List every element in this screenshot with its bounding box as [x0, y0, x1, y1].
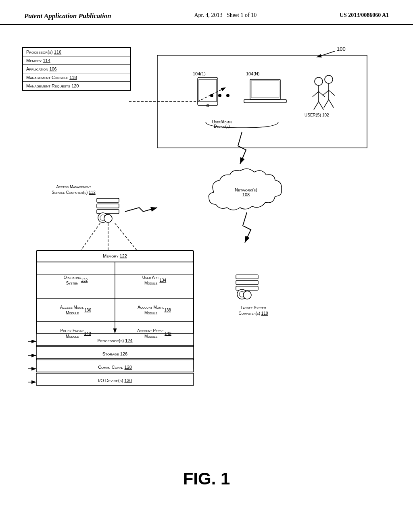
svg-point-30 [98, 213, 108, 222]
svg-line-35 [115, 223, 137, 251]
svg-point-5 [218, 94, 221, 97]
svg-point-32 [104, 214, 112, 222]
svg-rect-10 [250, 79, 280, 100]
svg-rect-53 [236, 286, 258, 290]
mgmt-requests-row: Management Requests 120 [23, 82, 130, 90]
svg-line-33 [81, 223, 100, 251]
svg-point-54 [237, 289, 247, 299]
svg-point-19 [325, 75, 333, 83]
svg-line-18 [319, 102, 323, 110]
page-header: Patent Application Publication Apr. 4, 2… [0, 0, 413, 25]
svg-rect-11 [251, 81, 279, 98]
svg-rect-29 [97, 210, 119, 214]
application-row: Application 106 [23, 65, 130, 73]
svg-point-9 [206, 104, 209, 107]
svg-point-4 [210, 94, 213, 97]
svg-point-6 [226, 94, 229, 97]
svg-rect-51 [236, 275, 258, 279]
ref-104-1-label: 104(1) [193, 71, 206, 76]
diagram-svg [0, 25, 413, 497]
svg-rect-12 [244, 100, 286, 103]
svg-line-22 [329, 90, 335, 96]
svg-rect-28 [97, 204, 119, 208]
memory-top-row: Memory 114 [23, 56, 130, 65]
svg-rect-3 [157, 55, 367, 148]
svg-line-24 [329, 100, 334, 108]
storage-126: Storage 126 [37, 348, 193, 360]
networks-108-label: Network(s)108 [224, 187, 268, 197]
figure-label: FIG. 1 [183, 469, 230, 488]
header-left: Patent Application Publication [24, 12, 111, 20]
memory-122-title: Memory 122 [36, 251, 194, 260]
svg-point-56 [243, 291, 251, 299]
svg-rect-27 [97, 198, 119, 202]
svg-rect-7 [198, 77, 218, 106]
svg-line-2 [317, 51, 335, 57]
io-devices-130: I/O Device(s) 130 [37, 375, 193, 386]
ref-104-n-label: 104(N) [246, 71, 260, 76]
svg-line-15 [313, 91, 319, 97]
user-app-cell: User App.Module 134 [116, 264, 193, 297]
svg-point-55 [239, 291, 245, 297]
account-mgmt-cell: Account Mgmt.Module 138 [116, 299, 193, 322]
svg-line-21 [323, 90, 329, 96]
svg-line-23 [324, 100, 329, 108]
access-mgmt-label: Access ManagementService Computer(s) 112 [40, 184, 107, 195]
target-system-label: Target SystemComputer(s) 110 [225, 305, 282, 316]
diagram-area: Processor(s) 116 Memory 114 Application … [0, 25, 413, 497]
svg-rect-8 [199, 79, 217, 102]
svg-rect-52 [236, 281, 258, 285]
comm-conn-128: Comm. Conn. 128 [37, 362, 193, 373]
processor-124: Processor(s) 124 [37, 335, 193, 346]
svg-line-16 [319, 91, 325, 97]
user-admin-device-label: User/AdminDevice(s) [198, 120, 246, 129]
ref-100-label: 100 [337, 46, 346, 52]
svg-point-31 [100, 215, 106, 220]
top-system-box: Processor(s) 116 Memory 114 Application … [22, 47, 131, 91]
os-cell: OperatingSystem 132 [37, 264, 114, 297]
header-center: Apr. 4, 2013 Sheet 1 of 10 [194, 12, 257, 19]
mgmt-console-row: Management Console 118 [23, 73, 130, 82]
processor-row: Processor(s) 116 [23, 48, 130, 56]
users-102-label: USER(S) 102 [305, 113, 329, 117]
svg-point-13 [315, 77, 323, 85]
svg-line-26 [198, 87, 226, 102]
svg-line-17 [314, 102, 319, 110]
access-mgmt-cell: Access Mgmt.Module 136 [37, 299, 114, 322]
header-right: US 2013/0086060 A1 [340, 12, 389, 19]
